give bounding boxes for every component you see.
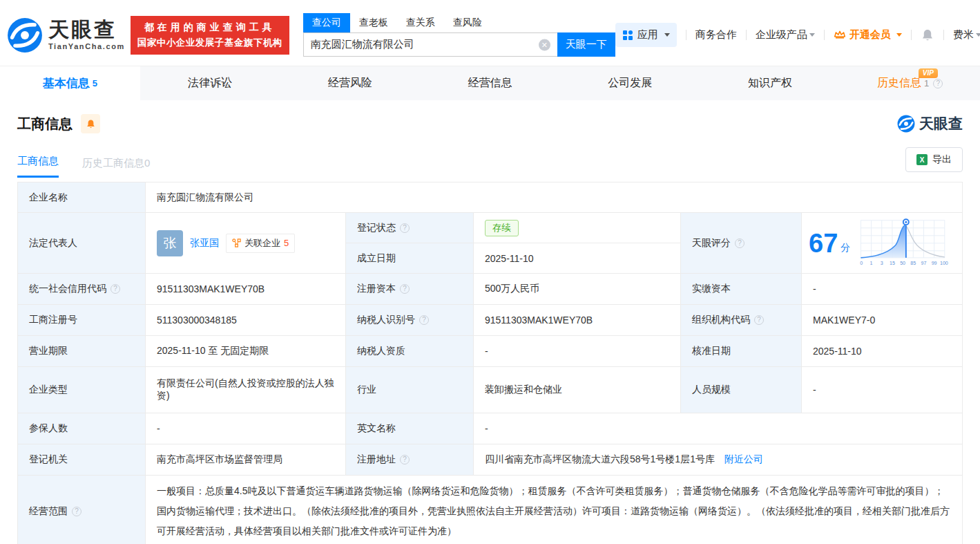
divider bbox=[943, 30, 944, 40]
help-icon[interactable]: ? bbox=[754, 315, 764, 325]
table-row: 参保人数 - 英文名称 - bbox=[18, 413, 963, 444]
org-code-value: MAK1WEY7-0 bbox=[802, 305, 963, 336]
user-menu[interactable]: 费米 bbox=[953, 28, 980, 41]
company-page-tabs: 基本信息 5 法律诉讼 经营风险 经营信息 公司发展 知识产权 VIP 历史信息… bbox=[0, 66, 980, 100]
chevron-down-icon bbox=[976, 33, 980, 37]
approval-date-label: 核准日期 bbox=[681, 336, 802, 367]
help-icon[interactable]: ? bbox=[419, 315, 429, 325]
table-row: 登记机关 南充市高坪区市场监督管理局 注册地址? 四川省南充市高坪区物流大道六段… bbox=[18, 444, 963, 476]
tab-operating-risk[interactable]: 经营风险 bbox=[280, 66, 420, 100]
search-tab-boss[interactable]: 查老板 bbox=[350, 13, 397, 32]
reg-status-label: 登记状态? bbox=[346, 213, 474, 243]
divider bbox=[746, 30, 747, 40]
business-term-label: 营业期限 bbox=[18, 336, 146, 367]
related-companies-badge[interactable]: 关联企业 5 bbox=[226, 234, 295, 253]
tianyancha-watermark-icon bbox=[897, 115, 915, 133]
reg-capital-label-text: 注册资本 bbox=[357, 283, 396, 294]
tab-business-info[interactable]: 经营信息 bbox=[420, 66, 560, 100]
tab-business-info-label: 经营信息 bbox=[468, 76, 512, 91]
tab-intellectual-property[interactable]: 知识产权 bbox=[700, 66, 840, 100]
business-cooperation-link[interactable]: 商务合作 bbox=[695, 28, 737, 41]
notification-bell-icon[interactable] bbox=[921, 28, 934, 42]
section-title: 工商信息 bbox=[17, 115, 73, 133]
vip-badge: VIP bbox=[919, 68, 938, 78]
tab-legal-proceedings[interactable]: 法律诉讼 bbox=[140, 66, 280, 100]
crown-icon bbox=[834, 30, 846, 40]
nearby-companies-link[interactable]: 附近公司 bbox=[724, 453, 763, 465]
open-vip-label: 开通会员 bbox=[849, 28, 891, 41]
apps-menu[interactable]: 应用 bbox=[615, 23, 677, 47]
legal-rep-link[interactable]: 张亚国 bbox=[190, 237, 219, 250]
taxpayer-id-value: 91511303MAK1WEY70B bbox=[474, 305, 681, 336]
search-tab-company[interactable]: 查公司 bbox=[303, 13, 350, 32]
related-companies-label: 关联企业 bbox=[244, 237, 280, 250]
business-info-table: 企业名称 南充圆汇物流有限公司 法定代表人 张 张亚国 bbox=[17, 182, 963, 544]
insured-count-value: - bbox=[146, 413, 346, 444]
top-right-nav: 应用 商务合作 企业级产品 开通会员 费米 bbox=[615, 23, 980, 47]
taxpayer-quality-label: 纳税人资质 bbox=[346, 336, 474, 367]
open-vip-menu[interactable]: 开通会员 bbox=[834, 28, 902, 41]
reg-address-label: 注册地址? bbox=[346, 444, 474, 476]
reg-authority-label: 登记机关 bbox=[18, 444, 146, 476]
tab-history-info-count: 1 bbox=[924, 78, 929, 88]
slogan-line1: 都在用的商业查询工具 bbox=[137, 21, 282, 34]
brand-slogan-banner: 都在用的商业查询工具 国家中小企业发展子基金旗下机构 bbox=[131, 16, 289, 55]
reg-status-value: 存续 bbox=[474, 213, 681, 243]
paid-capital-label: 实缴资本 bbox=[681, 274, 802, 305]
avatar[interactable]: 张 bbox=[157, 230, 183, 256]
search-tabs: 查公司 查老板 查关系 查风险 bbox=[303, 13, 615, 32]
help-icon[interactable]: ? bbox=[400, 284, 410, 294]
tianyancha-logo-icon bbox=[7, 17, 43, 53]
org-code-label: 组织机构代码? bbox=[681, 305, 802, 336]
reg-address-cell: 四川省南充市高坪区物流大道六段58号1号楼1层1号库 附近公司 bbox=[474, 444, 963, 476]
score-value: 67 bbox=[809, 230, 838, 256]
table-row: 企业名称 南充圆汇物流有限公司 bbox=[18, 182, 963, 213]
company-type-label: 企业类型 bbox=[18, 367, 146, 413]
staff-size-label: 人员规模 bbox=[681, 367, 802, 413]
top-header: 天眼查 TianYanCha.com 都在用的商业查询工具 国家中小企业发展子基… bbox=[0, 0, 980, 66]
table-row: 工商注册号 511303000348185 纳税人识别号? 91511303MA… bbox=[18, 305, 963, 336]
taxpayer-quality-value: - bbox=[474, 336, 681, 367]
svg-text:100: 100 bbox=[940, 261, 948, 266]
tab-company-development-label: 公司发展 bbox=[608, 76, 652, 91]
help-icon[interactable]: ? bbox=[735, 238, 744, 248]
credit-code-value: 91511303MAK1WEY70B bbox=[146, 274, 346, 305]
score-axis-labels: 0 1 3 15 50 85 97 99 100 bbox=[860, 261, 948, 266]
reg-address-label-text: 注册地址 bbox=[357, 453, 396, 465]
help-icon[interactable]: ? bbox=[111, 284, 120, 294]
brand-name: 天眼查 bbox=[48, 19, 125, 40]
score-distribution-chart: 0 1 3 15 50 85 97 99 100 bbox=[853, 218, 955, 269]
clear-search-icon[interactable]: ✕ bbox=[539, 39, 550, 50]
chevron-down-icon bbox=[664, 33, 670, 37]
help-icon[interactable]: ? bbox=[400, 223, 410, 233]
svg-text:15: 15 bbox=[890, 261, 895, 266]
company-name-value: 南充圆汇物流有限公司 bbox=[146, 182, 963, 213]
enterprise-products-menu[interactable]: 企业级产品 bbox=[756, 28, 815, 41]
divider bbox=[911, 30, 912, 40]
business-scope-value: 一般项目：总质量4.5吨及以下普通货运车辆道路货物运输（除网络货运和危险货物）；… bbox=[146, 476, 963, 544]
subtab-business-registration[interactable]: 工商信息 bbox=[17, 155, 59, 178]
search-input[interactable] bbox=[303, 32, 557, 57]
help-icon[interactable]: ? bbox=[400, 455, 410, 465]
tab-intellectual-property-label: 知识产权 bbox=[748, 76, 792, 91]
tab-history-info[interactable]: VIP 历史信息 1 ? bbox=[840, 66, 980, 100]
chevron-down-icon bbox=[896, 33, 902, 37]
search-button[interactable]: 天眼一下 bbox=[557, 32, 615, 57]
insured-count-label: 参保人数 bbox=[18, 413, 146, 444]
tab-basic-info-label: 基本信息 bbox=[43, 75, 90, 91]
export-button[interactable]: X 导出 bbox=[905, 147, 963, 172]
subtab-history-registration[interactable]: 历史工商信息0 bbox=[82, 157, 150, 178]
tab-company-development[interactable]: 公司发展 bbox=[560, 66, 700, 100]
monitor-bell-button[interactable] bbox=[81, 114, 100, 133]
industry-label: 行业 bbox=[346, 367, 474, 413]
brand-domain: TianYanCha.com bbox=[48, 43, 125, 50]
help-icon[interactable]: ? bbox=[72, 507, 81, 516]
search-tab-relation[interactable]: 查关系 bbox=[397, 13, 444, 32]
table-row: 营业期限 2025-11-10 至 无固定期限 纳税人资质 - 核准日期 202… bbox=[18, 336, 963, 367]
help-icon[interactable]: ? bbox=[933, 79, 943, 88]
search-tab-risk[interactable]: 查风险 bbox=[444, 13, 491, 32]
table-row: 企业类型 有限责任公司(自然人投资或控股的法人独资) 行业 装卸搬运和仓储业 人… bbox=[18, 367, 963, 413]
tianyancha-logo[interactable]: 天眼查 TianYanCha.com bbox=[7, 17, 125, 53]
tab-basic-info[interactable]: 基本信息 5 bbox=[0, 66, 140, 100]
tab-history-info-label: 历史信息 bbox=[877, 76, 921, 91]
